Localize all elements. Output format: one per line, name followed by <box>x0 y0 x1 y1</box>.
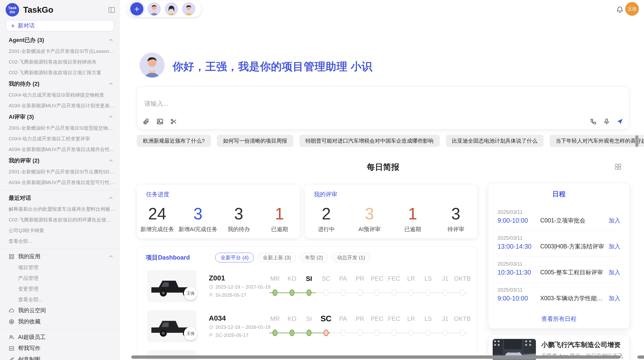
vertical-scrollbar-thumb[interactable] <box>635 135 638 147</box>
sidebar-item-favorites[interactable]: 我的收藏 <box>0 316 120 327</box>
cloud-icon <box>9 308 14 313</box>
project-flag-date: SI-2025-05-17 <box>215 292 246 298</box>
stat-label: 进行中 <box>318 226 335 233</box>
section-my-review[interactable]: 我的评审 (2) <box>0 155 120 167</box>
avatar[interactable] <box>165 2 178 16</box>
filter-tab[interactable]: 全新上装 (3) <box>257 253 296 262</box>
add-agent-button[interactable]: + <box>130 2 143 16</box>
sidebar-item-help-me-write[interactable]: 帮我写作 <box>0 343 120 354</box>
schedule-event-title: C003|H0B-方案冻结评审 <box>540 243 606 250</box>
suggestion-chip[interactable]: 特朗普可能对进口汽车增税会对中国车企造成哪些影响 <box>299 135 440 147</box>
notification-bell-icon[interactable] <box>616 6 624 13</box>
sidebar-item-creative-drawing[interactable]: 创意制图 <box>0 354 120 360</box>
section-recent-chats[interactable]: 最近对话 <box>0 192 120 204</box>
sidebar-item-label: 我的收藏 <box>18 318 40 325</box>
schedule-item: 2025/03/11 9:00-10:00 X003-车辆动力学性能验... 加… <box>497 283 620 308</box>
join-link[interactable]: 加入 <box>609 217 620 224</box>
app-item-project-mgmt[interactable]: 项目管理 <box>0 262 120 273</box>
filter-tab[interactable]: 全新平台 (4) <box>215 253 254 262</box>
filter-tab[interactable]: 动总开发 (1) <box>332 253 370 262</box>
divider <box>0 329 120 329</box>
send-icon[interactable] <box>616 118 623 125</box>
scissors-icon[interactable] <box>170 118 177 125</box>
section-my-todo[interactable]: 我的待办 (2) <box>0 78 120 90</box>
milestone-label: MR <box>267 273 283 284</box>
user-avatar[interactable]: 王强 <box>625 2 639 16</box>
view-all-schedule-link[interactable]: 查看所有日程 <box>488 315 630 323</box>
avatar[interactable] <box>182 2 195 16</box>
divider <box>0 249 120 249</box>
stat-value: 3 <box>234 206 243 222</box>
stat-overdue: 1 已逾期 <box>391 201 434 238</box>
list-item[interactable]: Z001-全新燃油轻卡产品开发项目SI节点属性5D文件评审 <box>0 167 120 177</box>
list-item[interactable]: A034-全新新能源MUV产品开发项目法规符合性评审 <box>0 144 120 155</box>
chat-input[interactable] <box>144 100 553 108</box>
suggestion-chip[interactable]: 欧洲新规最近颁布了什么? <box>137 135 211 147</box>
project-row[interactable]: 王强 Z001 2023-12-19 ~ 2027-01-19 SI-2025-… <box>137 270 477 310</box>
schedule-title: 日程 <box>488 183 630 199</box>
suggestion-chip[interactable]: 当下年轻人对汽车外观有怎样的喜好趋势 <box>550 135 644 147</box>
view-all-link[interactable]: 查看全部... <box>0 294 120 305</box>
avatar[interactable] <box>148 2 161 16</box>
list-item[interactable]: C02-飞腾新能源轻客改款项目立项汇报方案 <box>0 67 120 78</box>
section-title: 最近对话 <box>9 194 31 202</box>
project-owner-badge: 王强 <box>184 287 197 300</box>
project-row[interactable]: 王强 A034 2023-12-19 ~ 2026-01-19 SC-2025-… <box>137 310 477 350</box>
app-item-product-mgmt[interactable]: 产品管理 <box>0 273 120 283</box>
milestone-dot <box>324 289 329 296</box>
list-item[interactable]: C02-飞腾新能源轻客改款项目的闭环通告反馈情况 <box>0 215 120 225</box>
list-item[interactable]: Z001-全新燃油皮卡产品开发项目SI节点Lesson Learn报告 <box>0 46 120 57</box>
app-item-change-mgmt[interactable]: 变更管理 <box>0 283 120 294</box>
new-chat-button[interactable]: + 新对话 <box>6 20 114 31</box>
view-all-link[interactable]: 查看全部... <box>0 236 120 247</box>
horizontal-scrollbar[interactable] <box>131 355 621 359</box>
image-icon[interactable] <box>156 118 164 125</box>
list-item[interactable]: A034-全新新能源MUV产品开发项目造型可行性评审 <box>0 177 120 188</box>
list-item[interactable]: A034-全新新能源MUV产品开发项目计划变更表编写 <box>0 100 120 111</box>
stat-pending-review: 3 待评审 <box>434 201 477 238</box>
section-ai-review[interactable]: AI评审 (3) <box>0 111 120 123</box>
section-agent-done[interactable]: Agent已办 (3) <box>0 34 120 46</box>
my-review-card: 我的评审 2 进行中 3 AI预评审 1 已逾期 3 待评审 <box>305 185 477 238</box>
attachment-icon[interactable] <box>143 118 150 125</box>
stat-value: 1 <box>275 206 284 222</box>
list-item[interactable]: C02-飞腾新能源轻客改款项目里程碑画布 <box>0 57 120 67</box>
milestone-dot-done <box>306 289 312 296</box>
horizontal-scrollbar-corner[interactable] <box>637 355 644 359</box>
list-item[interactable]: 解释最新出台的欧盟报废车法规再生塑料比例被调至15%... <box>0 204 120 215</box>
microphone-icon[interactable] <box>603 118 610 125</box>
suggestion-chips: 欧洲新规最近颁布了什么? 如何写一份清晰的项目周报 特朗普可能对进口汽车增税会对… <box>137 135 644 147</box>
phone-icon[interactable] <box>590 118 597 125</box>
milestone-timeline: MR KO SI SC PA PR PEC FEC LR LS J1 OKTB <box>267 273 470 304</box>
milestone-label: PEC <box>369 273 385 284</box>
section-title: Agent已办 (3) <box>9 36 44 44</box>
composer-right-icons <box>590 118 623 125</box>
suggestion-chip[interactable]: 如何写一份清晰的项目周报 <box>217 135 293 147</box>
suggestion-chip[interactable]: 比亚迪全固态电池计划具体说了什么 <box>446 135 544 147</box>
milestone-dot <box>460 329 465 336</box>
join-link[interactable]: 加入 <box>609 294 620 302</box>
join-link[interactable]: 加入 <box>609 268 620 276</box>
sidebar-item-my-apps[interactable]: 我的应用 <box>0 251 120 262</box>
project-period: 2023-12-19 ~ 2026-01-19 <box>215 324 270 330</box>
milestone-label: SI <box>301 313 317 324</box>
milestone-dot <box>374 329 379 336</box>
list-item[interactable]: Z001-全新燃油轻卡产品开发项目SI造型提交物评审 <box>0 123 120 133</box>
sidebar-collapse-icon[interactable] <box>108 6 115 14</box>
list-item[interactable]: C0X4-动力总成开发项目工程变更评审 <box>0 133 120 144</box>
divider <box>0 190 120 190</box>
stat-value: 1 <box>408 206 417 222</box>
join-link[interactable]: 加入 <box>609 243 620 250</box>
schedule-date: 2025/03/11 <box>497 287 620 293</box>
filter-tab[interactable]: 年型 (2) <box>300 253 328 262</box>
quill-icon <box>9 357 14 360</box>
logo-line1: Task <box>8 6 17 10</box>
sidebar-item-ai-super-staff[interactable]: AI超级员工 <box>0 332 120 343</box>
list-item[interactable]: C0X4-动力总成开发项目SI里程碑提交物检查 <box>0 90 120 100</box>
sidebar-item-cloud-space[interactable]: 我的云空间 <box>0 305 120 316</box>
chevron-up-icon <box>108 254 113 259</box>
schedule-time: 13:00-14:30 <box>497 243 540 250</box>
grid-icon <box>9 254 14 260</box>
layout-grid-icon[interactable] <box>614 163 621 170</box>
list-item[interactable]: 公司Q3轻卡销量 <box>0 225 120 236</box>
